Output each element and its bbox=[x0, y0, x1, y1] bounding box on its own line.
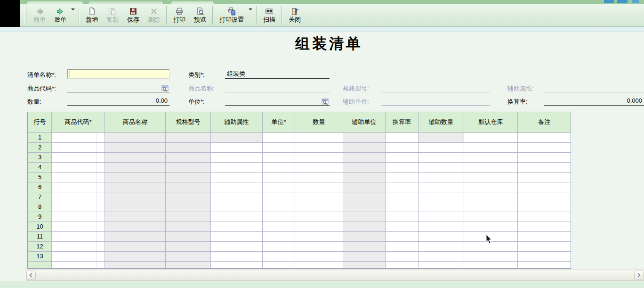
grid-cell[interactable] bbox=[419, 192, 464, 202]
grid-cell[interactable] bbox=[464, 162, 518, 172]
lookup-icon[interactable] bbox=[161, 85, 169, 92]
window-control[interactable] bbox=[604, 0, 614, 3]
grid-cell[interactable] bbox=[52, 172, 105, 182]
grid-cell[interactable] bbox=[419, 182, 464, 192]
grid-cell[interactable] bbox=[211, 152, 263, 162]
row-number-cell[interactable]: 9 bbox=[28, 212, 52, 222]
col-header-default-warehouse[interactable]: 默认仓库 bbox=[464, 112, 518, 132]
grid-cell[interactable] bbox=[419, 152, 464, 162]
grid-cell[interactable] bbox=[386, 142, 419, 152]
window-control[interactable] bbox=[632, 0, 639, 3]
grid-cell[interactable] bbox=[263, 142, 295, 152]
grid-cell[interactable] bbox=[211, 241, 263, 251]
chevron-down-icon[interactable] bbox=[71, 8, 75, 10]
grid-cell[interactable] bbox=[464, 251, 518, 261]
grid-cell[interactable] bbox=[263, 241, 295, 251]
lookup-icon[interactable] bbox=[322, 98, 329, 105]
grid-cell[interactable] bbox=[419, 172, 464, 182]
grid-cell[interactable] bbox=[211, 192, 263, 202]
grid-cell[interactable] bbox=[419, 162, 464, 172]
grid-cell[interactable] bbox=[52, 182, 105, 192]
grid-cell[interactable] bbox=[263, 222, 295, 231]
grid-cell[interactable] bbox=[464, 202, 518, 212]
grid-cell[interactable] bbox=[464, 142, 518, 152]
grid-cell[interactable] bbox=[464, 222, 518, 231]
col-header-remark[interactable]: 备注 bbox=[518, 112, 571, 132]
grid-cell[interactable] bbox=[419, 202, 464, 212]
grid-cell[interactable] bbox=[263, 132, 295, 142]
grid-cell[interactable] bbox=[295, 261, 343, 269]
grid-cell[interactable] bbox=[211, 162, 263, 172]
new-button[interactable]: 新增 bbox=[81, 5, 102, 25]
print-button[interactable]: 打印 bbox=[169, 5, 190, 25]
grid-cell[interactable] bbox=[386, 182, 419, 192]
grid-cell[interactable] bbox=[386, 222, 419, 231]
grid-cell[interactable] bbox=[518, 212, 571, 222]
row-number-cell[interactable] bbox=[28, 261, 52, 269]
grid-cell[interactable] bbox=[419, 231, 464, 241]
grid-cell[interactable] bbox=[295, 251, 343, 261]
grid-cell[interactable] bbox=[52, 251, 105, 261]
grid-cell[interactable] bbox=[386, 212, 419, 222]
preview-button[interactable]: 预览 bbox=[190, 5, 210, 25]
grid-cell[interactable] bbox=[518, 231, 571, 241]
grid-cell[interactable] bbox=[295, 231, 343, 241]
grid-cell[interactable] bbox=[464, 182, 518, 192]
grid-cell[interactable] bbox=[211, 202, 263, 212]
grid-cell[interactable] bbox=[419, 261, 464, 269]
grid-cell[interactable] bbox=[211, 212, 263, 222]
grid-cell[interactable] bbox=[52, 212, 105, 222]
grid-cell[interactable] bbox=[263, 162, 295, 172]
grid-cell[interactable] bbox=[386, 231, 419, 241]
grid-cell[interactable] bbox=[518, 162, 571, 172]
row-number-cell[interactable]: 1 bbox=[28, 132, 52, 142]
col-header-spec-model[interactable]: 规格型号 bbox=[166, 112, 211, 132]
grid-cell[interactable] bbox=[419, 212, 464, 222]
col-header-quantity[interactable]: 数量 bbox=[295, 112, 343, 132]
row-number-cell[interactable]: 2 bbox=[28, 142, 52, 152]
grid-cell[interactable] bbox=[386, 251, 419, 261]
col-header-aux-unit[interactable]: 辅助单位 bbox=[343, 112, 386, 132]
scroll-right-button[interactable] bbox=[634, 271, 644, 280]
grid-cell[interactable] bbox=[464, 132, 518, 142]
col-header-product-code[interactable]: 商品代码* bbox=[52, 112, 105, 132]
grid-cell[interactable] bbox=[52, 192, 105, 202]
grid-cell[interactable] bbox=[211, 142, 263, 152]
next-doc-button[interactable]: 后单 bbox=[50, 5, 71, 25]
grid-cell[interactable] bbox=[518, 222, 571, 231]
grid-cell[interactable] bbox=[419, 222, 464, 231]
grid-cell[interactable] bbox=[464, 172, 518, 182]
grid-cell[interactable] bbox=[52, 132, 105, 142]
col-header-aux-quantity[interactable]: 辅助数量 bbox=[419, 112, 464, 132]
grid-cell[interactable] bbox=[295, 202, 343, 212]
row-number-cell[interactable]: 7 bbox=[28, 192, 52, 202]
grid-cell[interactable] bbox=[295, 212, 343, 222]
grid-cell[interactable] bbox=[518, 251, 571, 261]
grid-cell[interactable] bbox=[386, 261, 419, 269]
grid-cell[interactable] bbox=[518, 192, 571, 202]
unit-field[interactable] bbox=[225, 97, 330, 106]
grid-cell[interactable] bbox=[52, 222, 105, 231]
row-number-cell[interactable]: 4 bbox=[28, 162, 52, 172]
grid-cell[interactable] bbox=[518, 172, 571, 182]
conversion-rate-field[interactable]: 0.000 bbox=[544, 97, 644, 106]
grid-cell[interactable] bbox=[386, 162, 419, 172]
list-name-input[interactable] bbox=[67, 69, 169, 79]
grid-cell[interactable] bbox=[419, 241, 464, 251]
grid-cell[interactable] bbox=[263, 212, 295, 222]
grid-cell[interactable] bbox=[211, 172, 263, 182]
col-header-product-name[interactable]: 商品名称 bbox=[105, 112, 166, 132]
chevron-down-icon[interactable] bbox=[249, 8, 252, 10]
scroll-left-button[interactable] bbox=[26, 271, 36, 280]
grid-cell[interactable] bbox=[211, 251, 263, 261]
row-number-cell[interactable]: 11 bbox=[28, 231, 52, 241]
col-header-conv-rate[interactable]: 换算率 bbox=[386, 112, 419, 132]
grid-cell[interactable] bbox=[419, 251, 464, 261]
product-code-field[interactable] bbox=[67, 84, 169, 92]
close-button[interactable]: 关闭 bbox=[284, 5, 305, 25]
col-header-aux-attribute[interactable]: 辅助属性 bbox=[211, 112, 263, 132]
grid-cell[interactable] bbox=[464, 152, 518, 162]
grid-cell[interactable] bbox=[52, 241, 105, 251]
grid-cell[interactable] bbox=[211, 231, 263, 241]
scan-button[interactable]: 扫描 bbox=[259, 5, 280, 25]
